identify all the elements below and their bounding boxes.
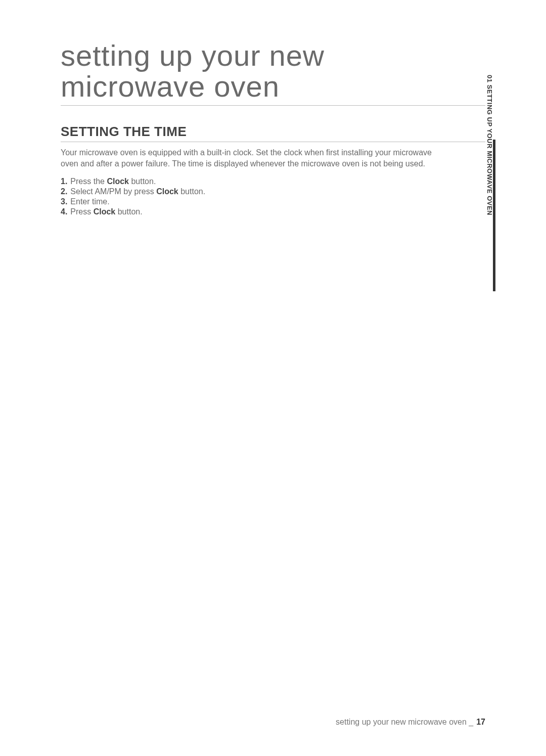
step-4: 4.Press Clock button. <box>61 207 485 216</box>
chapter-title-line2: microwave oven <box>61 70 280 103</box>
step-text: Press <box>70 207 93 216</box>
chapter-title-line1: setting up your new <box>61 39 325 72</box>
step-text: Select AM/PM by press <box>70 187 156 196</box>
side-tab-label: 01 SETTING UP YOUR MICROWAVE OVEN <box>486 75 493 215</box>
clock-button-label: Clock <box>94 207 116 216</box>
steps-list: 1.Press the Clock button. 2.Select AM/PM… <box>61 177 485 216</box>
clock-button-label: Clock <box>107 177 129 186</box>
step-text: button. <box>178 187 205 196</box>
section-intro: Your microwave oven is equipped with a b… <box>61 147 445 170</box>
chapter-title: setting up your new microwave oven <box>61 40 485 106</box>
section-title: SETTING THE TIME <box>61 124 485 142</box>
step-number: 1. <box>61 177 67 186</box>
step-number: 3. <box>61 197 67 206</box>
side-tab: 01 SETTING UP YOUR MICROWAVE OVEN <box>480 140 495 291</box>
footer-text: setting up your new microwave oven _ <box>336 718 473 726</box>
side-tab-bar <box>493 140 495 291</box>
step-text: Enter time. <box>70 197 109 206</box>
clock-button-label: Clock <box>156 187 178 196</box>
step-1: 1.Press the Clock button. <box>61 177 485 186</box>
step-number: 2. <box>61 187 67 196</box>
step-text: Press the <box>70 177 107 186</box>
page-number: 17 <box>476 718 485 726</box>
page-footer: setting up your new microwave oven _17 <box>336 718 485 727</box>
step-2: 2.Select AM/PM by press Clock button. <box>61 187 485 196</box>
step-3: 3.Enter time. <box>61 197 485 206</box>
step-text: button. <box>129 177 156 186</box>
manual-page: setting up your new microwave oven SETTI… <box>0 0 546 756</box>
step-text: button. <box>115 207 142 216</box>
step-number: 4. <box>61 207 67 216</box>
